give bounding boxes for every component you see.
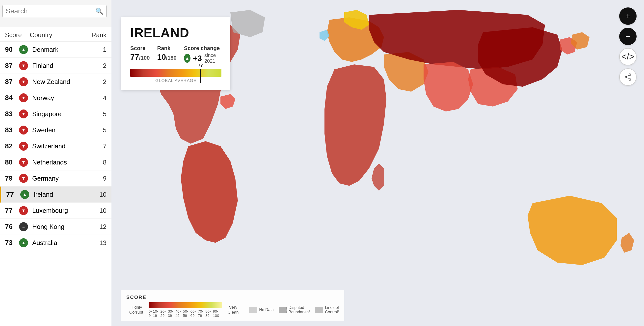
row-rank: 2 — [87, 78, 106, 86]
popup-rank-label: Rank — [157, 45, 176, 52]
legend-no-data: No Data — [249, 307, 274, 313]
legend-gradient-bar — [148, 302, 222, 308]
svg-point-1 — [629, 74, 631, 76]
legend-lines-label-1: Lines of — [325, 306, 339, 310]
row-score: 82 — [5, 142, 17, 150]
legend-disputed-swatch — [279, 307, 286, 313]
table-row[interactable]: 80 ▼ Netherlands 8 — [0, 154, 112, 170]
svg-line-4 — [627, 75, 629, 77]
popup-change-num: +3 — [193, 54, 202, 63]
popup-rank-block: Rank 10/180 — [157, 45, 176, 62]
trend-arrow-icon: ▼ — [19, 126, 28, 134]
table-row[interactable]: 79 ▼ Germany 9 — [0, 170, 112, 186]
row-country-name: Denmark — [30, 46, 87, 54]
row-score: 77 — [6, 190, 18, 198]
legend-label-left-top: Highly — [130, 305, 142, 310]
row-score: 76 — [5, 223, 17, 231]
trend-arrow-icon: ▼ — [19, 206, 28, 215]
row-trend: ▼ — [17, 110, 30, 118]
legend-ticks: 0-910-1920-2930-3940-4950-5960-6970-7980… — [148, 309, 222, 318]
row-rank: 12 — [87, 223, 106, 231]
row-country-name: Germany — [30, 175, 87, 182]
row-trend: ▼ — [17, 77, 30, 86]
legend-tick: 50-59 — [183, 309, 190, 318]
legend-lines-label-2: Control* — [325, 310, 339, 314]
row-score: 83 — [5, 110, 17, 118]
popup-score-value: 77/100 — [130, 52, 150, 62]
sidebar: Score Country Rank 90 ▲ Denmark 1 87 ▼ F… — [0, 27, 112, 326]
row-score: 83 — [5, 126, 17, 134]
table-row[interactable]: 83 ▼ Singapore 5 — [0, 106, 112, 122]
popup-change-block: Score change ▲ +3 since 2021 — [184, 45, 222, 64]
row-score: 90 — [5, 46, 17, 54]
row-rank: 2 — [87, 62, 106, 70]
row-rank: 9 — [87, 175, 106, 182]
table-row[interactable]: 77 ▼ Luxembourg 10 — [0, 203, 112, 219]
row-score: 87 — [5, 78, 17, 86]
legend-lines-swatch — [315, 307, 323, 313]
row-trend: ▼ — [17, 158, 30, 167]
row-trend: ▼ — [17, 142, 30, 150]
row-country-name: Finland — [30, 62, 87, 70]
table-row[interactable]: 73 ▲ Australia 13 — [0, 235, 112, 251]
legend-tick: 0-9 — [148, 309, 153, 318]
row-trend: ▼ — [17, 174, 30, 183]
svg-point-2 — [625, 76, 627, 78]
country-table: 90 ▲ Denmark 1 87 ▼ Finland 2 87 ▼ New Z… — [0, 42, 112, 251]
share-button[interactable] — [619, 68, 636, 86]
legend-tick: 10-19 — [153, 309, 160, 318]
table-row[interactable]: 87 ▼ New Zealand 2 — [0, 74, 112, 90]
trend-arrow-icon: ▼ — [19, 174, 28, 183]
popup-score-label: Score — [130, 45, 150, 52]
popup-change-arrow: ▲ — [184, 54, 190, 63]
col-header-rank: Rank — [87, 31, 106, 39]
zoom-out-button[interactable]: − — [619, 28, 636, 45]
search-input[interactable] — [6, 7, 95, 15]
popup-score-block: Score 77/100 — [130, 45, 150, 62]
popup-score-num: 77 — [130, 52, 139, 62]
map-controls: + − </> — [619, 8, 636, 86]
row-rank: 10 — [87, 191, 106, 198]
row-score: 87 — [5, 62, 17, 70]
row-country-name: Norway — [30, 94, 87, 102]
popup-stats: Score 77/100 Rank 10/180 Score change ▲ … — [130, 45, 222, 64]
share-icon — [624, 73, 632, 81]
legend-no-data-swatch — [249, 307, 257, 313]
table-row[interactable]: 84 ▼ Norway 4 — [0, 90, 112, 106]
row-rank: 5 — [87, 126, 106, 134]
table-row[interactable]: 77 ▲ Ireland 10 — [0, 186, 112, 203]
table-row[interactable]: 83 ▼ Sweden 5 — [0, 122, 112, 138]
zoom-in-button[interactable]: + — [619, 8, 636, 25]
row-score: 77 — [5, 206, 17, 214]
trend-arrow-icon: ▼ — [19, 158, 28, 167]
search-container: 🔍 — [2, 5, 106, 17]
row-country-name: Switzerland — [30, 142, 87, 150]
table-row[interactable]: 90 ▲ Denmark 1 — [0, 42, 112, 58]
embed-button[interactable]: </> — [619, 48, 636, 66]
trend-arrow-icon: ▲ — [19, 45, 28, 54]
legend-tick: 60-69 — [190, 309, 198, 318]
legend-tick: 70-79 — [198, 309, 205, 318]
popup-score-bar — [130, 69, 222, 77]
search-box: 🔍 — [2, 5, 106, 17]
row-rank: 8 — [87, 158, 106, 166]
table-row[interactable]: 87 ▼ Finland 2 — [0, 58, 112, 74]
table-headers: Score Country Rank — [0, 27, 112, 42]
search-button[interactable]: 🔍 — [95, 8, 103, 15]
row-country-name: Luxembourg — [30, 207, 87, 214]
legend-label-left-bot: Corrupt — [129, 310, 144, 315]
table-row[interactable]: 82 ▼ Switzerland 7 — [0, 138, 112, 154]
row-country-name: Singapore — [30, 110, 87, 118]
legend-disputed-label-2: Boundaries* — [288, 310, 310, 314]
row-trend: ▲ — [18, 190, 31, 199]
row-country-name: Ireland — [31, 191, 87, 198]
trend-arrow-icon: ▼ — [19, 110, 28, 118]
legend-label-right-top: Very — [229, 305, 237, 310]
row-score: 80 — [5, 158, 17, 166]
table-row[interactable]: 76 = Hong Kong 12 — [0, 219, 112, 235]
popup-score-bar-container: 77 GLOBAL AVERAGE — [130, 69, 222, 83]
popup-score-marker: 77 — [198, 63, 203, 68]
popup-score-denom: /100 — [139, 55, 150, 61]
row-country-name: New Zealand — [30, 78, 87, 86]
row-trend: ▲ — [17, 45, 30, 54]
